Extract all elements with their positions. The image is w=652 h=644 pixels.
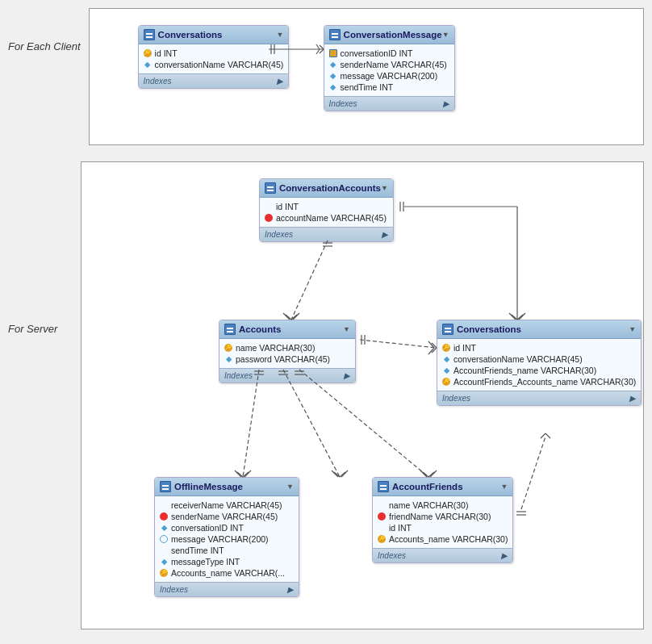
table-indexes[interactable]: Indexes ▶ — [219, 368, 355, 383]
diamond-icon — [442, 355, 450, 363]
fk-icon — [329, 49, 337, 57]
accounts-table: Accounts ▼ 🔑 name VARCHAR(30) password V… — [219, 320, 356, 383]
field-convid: conversationID INT — [160, 522, 294, 533]
svg-line-26 — [245, 470, 251, 477]
field-message: message VARCHAR(200) — [329, 70, 449, 82]
table-icon — [160, 481, 171, 492]
field-sendername: senderName VARCHAR(45) — [160, 511, 294, 522]
table-indexes[interactable]: Indexes ▶ — [437, 391, 641, 405]
dropdown-arrow[interactable]: ▼ — [629, 325, 636, 333]
dropdown-arrow[interactable]: ▼ — [343, 325, 350, 333]
diamond-icon — [442, 366, 450, 374]
dropdown-arrow[interactable]: ▼ — [276, 31, 283, 39]
table-body: 🔑 id INT conversationName VARCHAR(45) — [139, 44, 289, 73]
field-sendtime: sendTime INT — [160, 545, 294, 556]
table-name: Conversations — [158, 30, 223, 40]
svg-line-7 — [291, 240, 328, 320]
table-icon — [329, 29, 341, 40]
svg-line-40 — [428, 348, 434, 354]
field-acc-name: 🔑 Accounts_name VARCHAR(30) — [378, 533, 508, 545]
svg-line-52 — [332, 470, 338, 477]
svg-line-45 — [541, 433, 545, 438]
red-circle-icon — [265, 214, 273, 222]
svg-line-33 — [430, 470, 437, 477]
field-id: id INT — [378, 522, 508, 533]
table-header: OfflineMessage ▼ — [155, 478, 299, 496]
field-id: 🔑 id INT — [144, 48, 284, 59]
svg-line-1 — [320, 45, 324, 49]
svg-line-3 — [316, 44, 320, 49]
field-af-acc-name: 🔑 AccountFriends_Accounts_name VARCHAR(3… — [442, 376, 636, 387]
table-header: Conversations ▼ — [139, 26, 289, 44]
field-name: name VARCHAR(30) — [378, 500, 508, 511]
client-diagram: Conversations ▼ 🔑 id INT conversationNam… — [89, 8, 644, 145]
field-name: 🔑 name VARCHAR(30) — [224, 342, 350, 353]
field-convname: conversationName VARCHAR(45) — [442, 353, 636, 365]
table-header: ConversationAccounts ▼ — [260, 179, 393, 198]
svg-line-10 — [283, 313, 290, 320]
dropdown-arrow[interactable]: ▼ — [381, 184, 388, 192]
dropdown-arrow[interactable]: ▼ — [286, 483, 294, 491]
table-header: Accounts ▼ — [219, 320, 355, 339]
svg-line-46 — [545, 433, 550, 438]
key-icon: 🔑 — [144, 49, 152, 57]
svg-line-22 — [243, 370, 259, 477]
svg-line-25 — [235, 470, 241, 477]
field-id: id INT — [265, 201, 388, 212]
svg-line-4 — [316, 49, 320, 54]
diamond-icon — [160, 558, 168, 566]
table-icon — [144, 29, 155, 40]
diamond-icon — [224, 355, 232, 363]
table-header: ConversationMessage ▼ — [324, 26, 454, 44]
table-header: Conversations ▼ — [437, 320, 641, 339]
key-icon: 🔑 — [160, 569, 168, 577]
field-accountname: accountName VARCHAR(45) — [265, 212, 388, 224]
table-body: conversationID INT senderName VARCHAR(45… — [324, 44, 454, 96]
table-name: AccountFriends — [392, 482, 463, 491]
offline-message-table: OfflineMessage ▼ receiverName VARCHAR(45… — [154, 477, 299, 597]
outline-circle-icon — [160, 535, 168, 543]
diamond-icon — [160, 524, 168, 532]
table-icon — [224, 324, 236, 335]
svg-line-49 — [283, 370, 340, 477]
svg-line-43 — [521, 437, 545, 509]
table-header: AccountFriends ▼ — [373, 478, 512, 496]
table-name: OfflineMessage — [174, 482, 243, 491]
account-friends-table: AccountFriends ▼ name VARCHAR(30) friend… — [372, 477, 513, 563]
table-indexes[interactable]: Indexes ▶ — [139, 73, 289, 88]
table-body: 🔑 id INT conversationName VARCHAR(45) Ac… — [437, 339, 641, 391]
table-body: id INT accountName VARCHAR(45) — [260, 198, 393, 227]
svg-line-32 — [420, 470, 427, 477]
server-diagram: ConversationAccounts ▼ id INT accountNam… — [81, 161, 644, 629]
field-af-name: AccountFriends_name VARCHAR(30) — [442, 365, 636, 376]
dropdown-arrow[interactable]: ▼ — [442, 31, 449, 39]
table-name: ConversationMessage — [344, 30, 442, 40]
svg-line-2 — [320, 49, 324, 53]
svg-line-19 — [519, 313, 525, 320]
table-indexes[interactable]: Indexes ▶ — [155, 582, 299, 596]
diamond-icon — [329, 72, 337, 80]
conv-accounts-table: ConversationAccounts ▼ id INT accountNam… — [259, 178, 394, 242]
client-section-row: For Each Client Conversations ▼ 🔑 id INT — [8, 8, 644, 145]
field-acc-name: 🔑 Accounts_name VARCHAR(... — [160, 567, 294, 579]
diamond-icon — [144, 61, 152, 69]
svg-line-29 — [299, 370, 428, 477]
svg-line-53 — [341, 470, 348, 477]
dropdown-arrow[interactable]: ▼ — [501, 483, 508, 491]
table-indexes[interactable]: Indexes ▶ — [260, 227, 393, 241]
diamond-icon — [329, 83, 337, 91]
key-icon: 🔑 — [224, 344, 232, 352]
client-conversations-table: Conversations ▼ 🔑 id INT conversationNam… — [138, 25, 290, 89]
red-circle-icon — [378, 512, 386, 521]
field-receivername: receiverName VARCHAR(45) — [160, 500, 294, 511]
field-id: 🔑 id INT — [442, 342, 636, 353]
field-password: password VARCHAR(45) — [224, 353, 350, 365]
table-indexes[interactable]: Indexes ▶ — [324, 96, 454, 111]
table-name: Conversations — [457, 324, 521, 334]
svg-line-36 — [360, 340, 437, 348]
field-message: message VARCHAR(200) — [160, 533, 294, 545]
field-convname: conversationName VARCHAR(45) — [144, 59, 284, 70]
table-indexes[interactable]: Indexes ▶ — [373, 548, 512, 562]
key-icon: 🔑 — [442, 344, 450, 352]
server-label: For Server — [8, 161, 73, 335]
